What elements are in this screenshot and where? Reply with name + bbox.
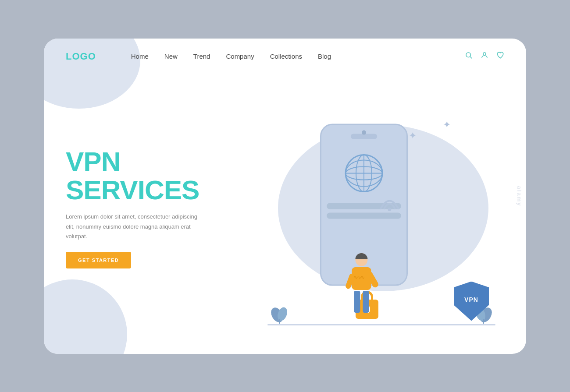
svg-point-9: [388, 208, 391, 211]
character-head: [355, 253, 367, 266]
svg-line-1: [470, 57, 472, 58]
landing-page-card: LOGO Home New Trend Company Collections …: [44, 39, 526, 354]
character-person: [344, 253, 379, 323]
heart-icon[interactable]: [496, 51, 504, 61]
navbar: LOGO Home New Trend Company Collections …: [44, 39, 526, 62]
user-icon[interactable]: [481, 51, 488, 61]
svg-rect-12: [279, 319, 280, 324]
character-arm-right: [365, 270, 379, 289]
svg-point-2: [483, 53, 486, 55]
character-legs: [344, 291, 379, 313]
watermark: alamy: [516, 186, 526, 206]
star-icon-2: ✦: [409, 130, 417, 141]
nav-trend[interactable]: Trend: [193, 53, 210, 60]
shield-shape: VPN: [454, 282, 489, 321]
nav-collections[interactable]: Collections: [270, 53, 302, 60]
cta-button[interactable]: GET STARTED: [66, 252, 131, 268]
left-section: VPN SERVICES Lorem ipsum dolor sit amet,…: [66, 147, 241, 268]
nav-new[interactable]: New: [164, 53, 178, 60]
character-leg-right: [363, 291, 369, 313]
nav-icon-group: [465, 51, 504, 61]
phone-camera: [362, 130, 366, 134]
character-arm-left: [345, 273, 356, 290]
logo[interactable]: LOGO: [66, 51, 96, 62]
character-leg-left: [354, 291, 360, 313]
star-icon-1: ✦: [443, 119, 451, 131]
nav-links: Home New Trend Company Collections Blog: [131, 53, 465, 60]
wifi-signal: [376, 191, 403, 215]
nav-home[interactable]: Home: [131, 53, 149, 60]
vpn-shield-text: VPN: [464, 296, 478, 303]
search-icon[interactable]: [465, 51, 473, 61]
character-body: [352, 267, 371, 290]
hero-description: Lorem ipsum dolor sit amet, consectetuer…: [66, 212, 197, 241]
illustration-section: ✦ ✦: [241, 62, 504, 354]
nav-blog[interactable]: Blog: [318, 53, 331, 60]
globe-icon: [342, 151, 386, 195]
vpn-shield: VPN: [452, 279, 491, 323]
character-hair: [355, 253, 367, 259]
hero-title: VPN SERVICES: [66, 147, 241, 204]
plant-left: [268, 302, 290, 325]
nav-company[interactable]: Company: [226, 53, 254, 60]
main-content: VPN SERVICES Lorem ipsum dolor sit amet,…: [44, 62, 526, 354]
ground-line: [267, 324, 495, 325]
svg-point-0: [466, 53, 471, 57]
